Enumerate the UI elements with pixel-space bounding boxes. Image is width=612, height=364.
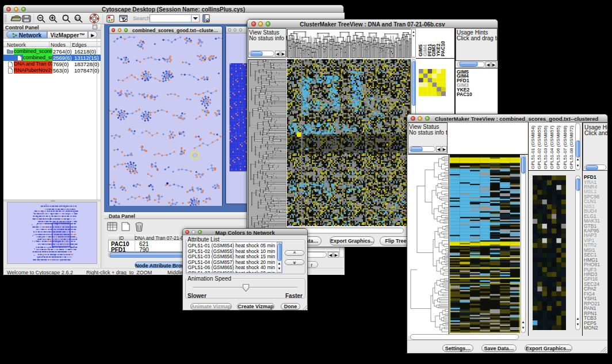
svg-text:1:1: 1:1: [75, 17, 80, 20]
svg-text:Search:: Search:: [133, 15, 152, 21]
